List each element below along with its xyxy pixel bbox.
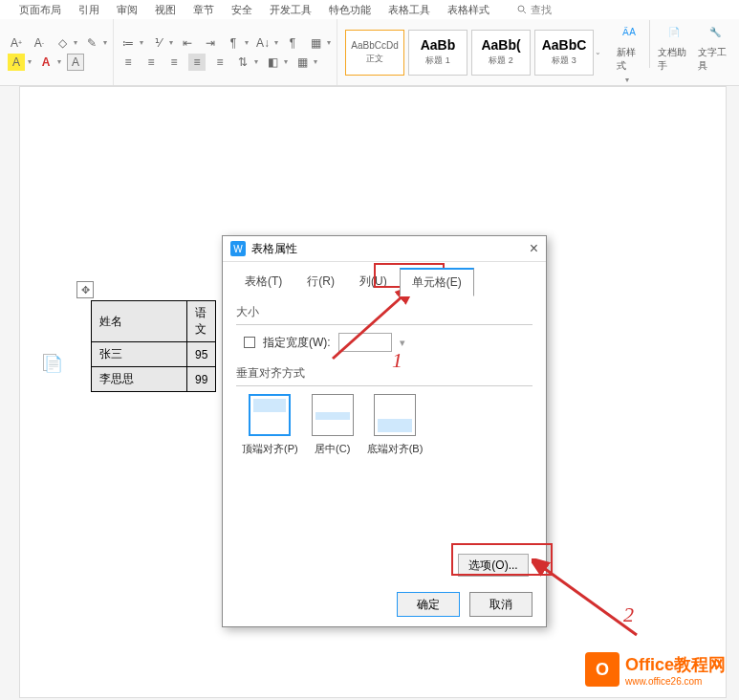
table-row[interactable]: 李思思 99 — [92, 367, 216, 392]
ribbon-tabs: 页面布局 引用 审阅 视图 章节 安全 开发工具 特色功能 表格工具 表格样式 … — [0, 0, 739, 19]
tab-references[interactable]: 引用 — [78, 3, 99, 17]
width-label: 指定宽度(W): — [263, 335, 331, 351]
tab-table-style[interactable]: 表格样式 — [447, 3, 489, 17]
options-button[interactable]: 选项(O)... — [458, 554, 529, 577]
text-tool-button[interactable]: 🔧 文字工具 — [698, 20, 731, 84]
toolbar: A+ A- ◇▾ ✎▾ A▾ A▾ A ≔▾ ⅟▾ ⇤ ⇥ ¶▾ A↓▾ ¶ ▦… — [0, 19, 739, 86]
close-button[interactable]: × — [530, 240, 538, 257]
style-heading1[interactable]: AaBb 标题 1 — [408, 30, 467, 76]
tab-table-tools[interactable]: 表格工具 — [388, 3, 430, 17]
new-style-button[interactable]: A̋A 新样式▾ — [617, 20, 641, 84]
invisible-icon[interactable]: ¶ — [225, 34, 242, 52]
cell[interactable]: 张三 — [92, 342, 187, 367]
valign-label: 垂直对齐方式 — [236, 365, 533, 382]
right-tools: A̋A 新样式▾ 📄 文档助手 🔧 文字工具 — [609, 20, 739, 84]
header-cell[interactable]: 语文 — [187, 301, 216, 342]
watermark-logo-icon: O — [585, 652, 619, 687]
shrink-font-icon[interactable]: A- — [31, 34, 48, 52]
header-cell[interactable]: 姓名 — [92, 301, 187, 342]
border-icon[interactable]: ▦ — [293, 54, 311, 71]
search-box[interactable]: 查找 — [516, 3, 552, 17]
style-heading2[interactable]: AaBb( 标题 2 — [471, 30, 531, 76]
char-border-button[interactable]: A — [67, 54, 84, 71]
size-label: 大小 — [236, 304, 533, 320]
cell[interactable]: 95 — [187, 342, 216, 367]
unit-dropdown[interactable]: ▾ — [400, 337, 405, 349]
style-name: 标题 1 — [425, 55, 450, 67]
search-icon — [516, 4, 528, 15]
document-area: 📄 ✥ 姓名 语文 张三 95 李思思 99 W 表格属性 × 表格(T) 行(… — [0, 86, 739, 700]
align-bottom-option[interactable] — [374, 394, 416, 436]
align-center-icon[interactable]: ≡ — [142, 54, 160, 71]
style-preview: AaBb — [421, 37, 456, 53]
style-preview: AaBb( — [481, 37, 520, 53]
tab-layout[interactable]: 页面布局 — [19, 3, 61, 17]
distribute-icon[interactable]: ≡ — [211, 54, 228, 71]
table-move-handle[interactable]: ✥ — [76, 281, 94, 298]
new-style-label: 新样式 — [617, 46, 641, 73]
cancel-button[interactable]: 取消 — [469, 592, 533, 617]
tab-review[interactable]: 审阅 — [117, 3, 138, 17]
align-left-icon[interactable]: ≡ — [120, 54, 137, 71]
cell[interactable]: 99 — [187, 367, 216, 392]
margin-marker-icon: 📄 — [43, 354, 56, 371]
tab-security[interactable]: 安全 — [231, 3, 252, 17]
styles-gallery: AaBbCcDd 正文 AaBb 标题 1 AaBb( 标题 2 AaBbC 标… — [337, 28, 609, 77]
sort-icon[interactable]: A↓ — [254, 34, 272, 52]
tab-chapter[interactable]: 章节 — [193, 3, 214, 17]
line-spacing-icon[interactable]: ⇅ — [234, 54, 251, 71]
show-marks-icon[interactable]: ¶ — [284, 34, 301, 52]
tab-view[interactable]: 视图 — [155, 3, 176, 17]
indent-left-icon[interactable]: ⇤ — [179, 34, 196, 52]
align-justify-icon[interactable]: ≡ — [188, 54, 206, 71]
watermark-url: www.office26.com — [625, 676, 726, 687]
dialog-footer: 确定 取消 — [397, 592, 533, 617]
style-name: 标题 3 — [552, 55, 576, 67]
align-right-icon[interactable]: ≡ — [165, 54, 183, 71]
doc-assist-icon: 📄 — [663, 20, 685, 43]
tab-column[interactable]: 列(U) — [347, 268, 400, 296]
width-checkbox[interactable] — [244, 337, 255, 348]
font-group: A+ A- ◇▾ ✎▾ A▾ A▾ A — [2, 19, 114, 85]
style-preview: AaBbC — [542, 37, 587, 53]
table-row[interactable]: 张三 95 — [92, 342, 216, 367]
tab-table[interactable]: 表格(T) — [232, 268, 294, 296]
tab-developer[interactable]: 开发工具 — [270, 3, 312, 17]
dialog-title: 表格属性 — [251, 241, 297, 257]
tab-row[interactable]: 行(R) — [294, 268, 347, 296]
table-properties-dialog: W 表格属性 × 表格(T) 行(R) 列(U) 单元格(E) 大小 指定宽度(… — [222, 235, 547, 627]
bullets-icon[interactable]: ≔ — [120, 34, 137, 52]
align-top-option[interactable] — [249, 394, 291, 436]
width-input[interactable] — [338, 333, 392, 352]
paragraph-group: ≔▾ ⅟▾ ⇤ ⇥ ¶▾ A↓▾ ¶ ▦▾ ≡ ≡ ≡ ≡ ≡ ⇅▾ ◧▾ ▦▾ — [114, 19, 337, 85]
table-row[interactable]: 姓名 语文 — [92, 301, 216, 342]
numbering-icon[interactable]: ⅟ — [149, 34, 166, 52]
search-label: 查找 — [531, 3, 552, 17]
cell[interactable]: 李思思 — [92, 367, 187, 392]
clear-format-icon[interactable]: ✎ — [83, 34, 100, 52]
change-case-icon[interactable]: ◇ — [54, 34, 71, 52]
borders-icon[interactable]: ▦ — [307, 34, 324, 52]
document-table[interactable]: 姓名 语文 张三 95 李思思 99 — [91, 300, 216, 392]
style-heading3[interactable]: AaBbC 标题 3 — [534, 30, 594, 76]
highlight-button[interactable]: A — [8, 54, 25, 71]
style-normal[interactable]: AaBbCcDd 正文 — [345, 30, 404, 76]
divider — [236, 385, 533, 386]
align-bottom-label: 底端对齐(B) — [367, 442, 424, 456]
style-preview: AaBbCcDd — [351, 40, 398, 51]
grow-font-icon[interactable]: A+ — [8, 34, 25, 52]
dialog-tabs: 表格(T) 行(R) 列(U) 单元格(E) — [223, 262, 546, 296]
styles-more-icon[interactable]: ⌄ — [595, 48, 601, 56]
new-style-icon: A̋A — [618, 20, 641, 43]
tab-special[interactable]: 特色功能 — [329, 3, 371, 17]
watermark: O Office教程网 www.office26.com — [585, 652, 726, 687]
tab-cell[interactable]: 单元格(E) — [400, 268, 474, 296]
indent-right-icon[interactable]: ⇥ — [202, 34, 219, 52]
shading-icon[interactable]: ◧ — [264, 54, 281, 71]
divider — [236, 324, 533, 325]
ok-button[interactable]: 确定 — [397, 592, 460, 617]
dialog-titlebar: W 表格属性 × — [223, 236, 546, 262]
align-center-option[interactable] — [312, 394, 354, 436]
font-color-button[interactable]: A — [37, 54, 54, 71]
doc-assist-button[interactable]: 📄 文档助手 — [658, 20, 691, 84]
